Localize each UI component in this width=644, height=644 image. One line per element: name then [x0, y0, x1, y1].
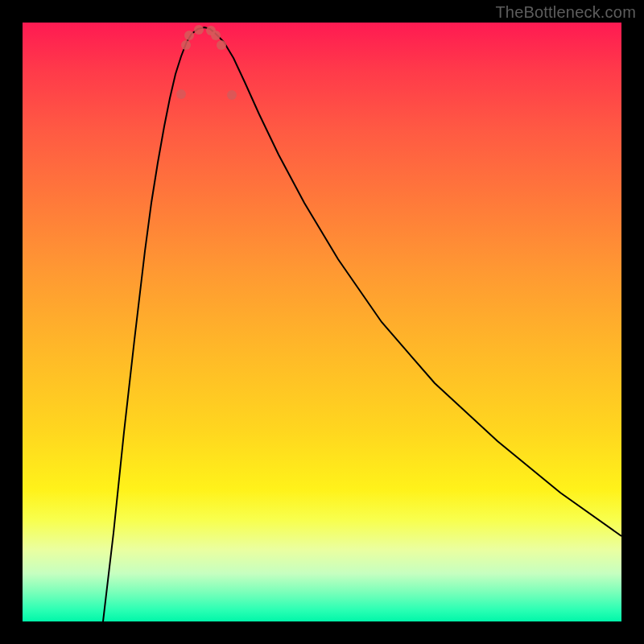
curve-left-branch — [103, 34, 192, 621]
watermark-text: TheBottleneck.com — [495, 3, 636, 22]
chart-plot-area — [23, 23, 621, 621]
curve-marker — [211, 31, 221, 40]
curve-marker — [184, 31, 194, 40]
curve-marker — [217, 40, 226, 50]
curve-marker — [227, 90, 237, 100]
curve-marker — [176, 89, 186, 99]
curve-marker — [194, 25, 204, 35]
curve-right-branch — [216, 34, 621, 536]
curve-marker — [181, 40, 191, 50]
bottleneck-curve — [23, 23, 621, 621]
curve-markers — [176, 25, 237, 100]
